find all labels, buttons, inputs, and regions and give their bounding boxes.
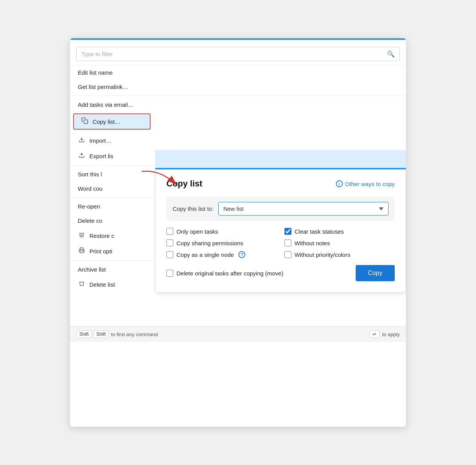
menu-item-label: Delete co: [78, 217, 102, 224]
filter-input-wrapper: 🔍: [76, 47, 400, 61]
other-ways-label: Other ways to copy: [345, 181, 395, 187]
menu-item-print[interactable]: Print opti: [70, 243, 155, 259]
dialog-header: Copy list i Other ways to copy: [166, 179, 395, 189]
menu-item-label: Copy list…: [92, 118, 121, 125]
menu-item-sort[interactable]: Sort this l: [70, 167, 155, 181]
copy-icon: [81, 117, 89, 126]
menu-item-get-permalink[interactable]: Get list permalink…: [70, 80, 406, 94]
checkboxes-grid: Only open tasks Clear task statuses Copy…: [166, 228, 395, 258]
checkbox-label: Copy sharing permissions: [176, 240, 243, 246]
menu-item-label: Restore c: [89, 232, 114, 239]
delete-checkbox-label: Delete original tasks after copying (mov…: [176, 270, 283, 277]
enter-key: ↵: [370, 330, 380, 338]
dialog-bottom-row: Delete original tasks after copying (mov…: [166, 265, 395, 281]
checkbox-label: Copy as a single node: [176, 251, 234, 258]
copy-list-highlight-bg: [155, 150, 406, 168]
checkbox-clear-task-statuses[interactable]: Clear task statuses: [284, 228, 395, 235]
checkbox-copy-sharing[interactable]: Copy sharing permissions: [166, 239, 277, 246]
menu-item-label: Edit list name: [78, 69, 113, 76]
footer-right: ↵ to apply: [370, 330, 400, 338]
filter-row: 🔍: [70, 43, 406, 65]
help-icon[interactable]: ?: [238, 251, 245, 258]
checkbox-label: Without priority/colors: [295, 251, 350, 258]
svg-rect-2: [80, 251, 83, 253]
checkbox-label: Clear task statuses: [295, 228, 344, 235]
menu-item-label: Export lis: [89, 153, 113, 159]
menu-item-label: Sort this l: [78, 171, 102, 178]
footer: Shift Shift to find any command ↵ to app…: [70, 326, 406, 342]
footer-left: Shift Shift to find any command: [76, 330, 158, 338]
menu-item-import[interactable]: Import…: [70, 133, 155, 148]
menu-item-label: Archive list: [78, 266, 106, 273]
checkbox-label: Only open tasks: [176, 228, 218, 235]
print-icon: [78, 247, 86, 255]
menu-item-label: Import…: [89, 137, 112, 144]
checkbox-label: Without notes: [295, 240, 330, 246]
menu-item-delete-list[interactable]: Delete list: [70, 277, 155, 292]
delete-icon: [78, 280, 86, 288]
copy-button[interactable]: Copy: [356, 265, 395, 281]
menu-item-copy-list[interactable]: Copy list…: [73, 113, 151, 130]
menu-item-delete-co[interactable]: Delete co: [70, 214, 155, 228]
copy-to-label: Copy this list to:: [173, 205, 214, 212]
filter-input[interactable]: [81, 51, 387, 57]
export-icon: [78, 152, 86, 160]
copy-to-select[interactable]: New list: [218, 202, 389, 215]
copy-to-row: Copy this list to: New list: [166, 197, 395, 221]
menu-item-label: Re-open: [78, 203, 100, 210]
checkbox-copy-single-node[interactable]: Copy as a single node ?: [166, 251, 277, 258]
menu-item-word-count[interactable]: Word cou: [70, 181, 155, 196]
restore-icon: [78, 232, 86, 239]
checkbox-without-priority[interactable]: Without priority/colors: [284, 251, 395, 258]
menu-item-label: Delete list: [89, 281, 115, 288]
shift-key-1: Shift: [76, 330, 92, 338]
svg-rect-0: [84, 120, 88, 124]
copy-dialog: Copy list i Other ways to copy Copy this…: [155, 169, 406, 292]
shift-key-2: Shift: [93, 330, 109, 338]
menu-divider: [70, 96, 406, 96]
menu-item-export[interactable]: Export lis: [70, 148, 155, 164]
menu-item-label: Word cou: [78, 185, 103, 192]
keyboard-shortcut: Shift Shift: [76, 330, 109, 338]
menu-item-archive[interactable]: Archive list: [70, 262, 155, 277]
menu-item-restore[interactable]: Restore c: [70, 228, 155, 243]
import-icon: [78, 137, 86, 144]
checkbox-only-open-tasks[interactable]: Only open tasks: [166, 228, 277, 235]
checkbox-delete-original[interactable]: Delete original tasks after copying (mov…: [166, 270, 283, 277]
menu-item-label: Add tasks via email…: [78, 101, 134, 108]
checkbox-without-notes[interactable]: Without notes: [284, 239, 395, 246]
menu-item-reopen[interactable]: Re-open: [70, 199, 155, 214]
dialog-title: Copy list: [166, 179, 202, 189]
info-icon: i: [336, 180, 343, 187]
menu-item-edit-list-name[interactable]: Edit list name: [70, 65, 406, 80]
menu-item-label: Print opti: [89, 248, 112, 255]
apply-text: to apply: [382, 332, 400, 337]
menu-item-label: Get list permalink…: [78, 84, 128, 90]
menu-item-add-tasks-email[interactable]: Add tasks via email…: [70, 97, 406, 112]
other-ways-link[interactable]: i Other ways to copy: [336, 180, 395, 187]
search-icon: 🔍: [387, 50, 395, 58]
shortcut-description: to find any command: [111, 332, 158, 337]
